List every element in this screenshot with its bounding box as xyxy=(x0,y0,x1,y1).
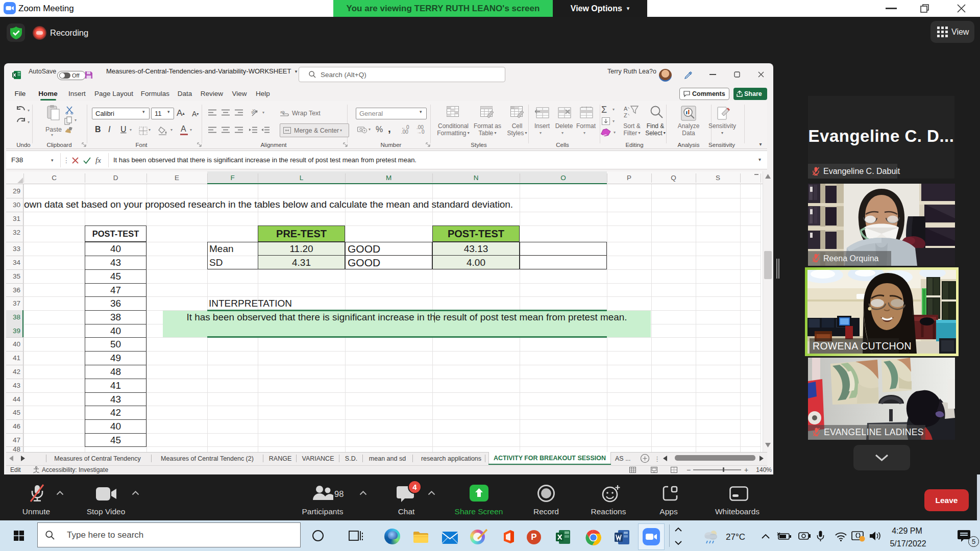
svg-text:ab: ab xyxy=(251,109,257,115)
svg-text:A: A xyxy=(624,106,628,112)
svg-text:Z: Z xyxy=(624,112,627,118)
